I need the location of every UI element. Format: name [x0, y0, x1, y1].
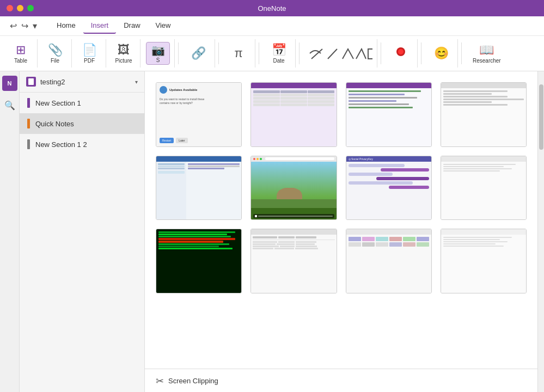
section-color-gray [27, 139, 30, 149]
onenote-logo: N [4, 78, 15, 89]
svg-rect-2 [368, 49, 372, 59]
screenshot-thumb-9[interactable] [156, 229, 242, 293]
thumb-inner-11 [346, 229, 431, 293]
undo-redo-group: ↩ ↪ ▾ [9, 20, 38, 32]
screenshot-thumb-8[interactable] [441, 156, 527, 220]
emoji-button[interactable]: 😊 [429, 45, 453, 62]
undo-button[interactable]: ↩ [9, 20, 18, 32]
screenshot-thumb-2[interactable] [250, 82, 337, 147]
link-icon: 🔗 [191, 46, 206, 60]
thumb-inner-8 [441, 156, 526, 220]
table-group: ⊞ Table [4, 39, 38, 68]
tab-draw[interactable]: Draw [116, 18, 148, 34]
section-label-1: New Section 1 [35, 99, 81, 107]
screenshot-thumb-3[interactable] [346, 82, 432, 147]
svg-point-4 [398, 49, 404, 54]
notebook-chevron-icon: ▾ [135, 79, 138, 85]
notebook-name: testing2 [40, 78, 131, 86]
left-icon-area: N 🔍 [0, 71, 20, 392]
right-scrollbar[interactable] [537, 71, 544, 392]
thumb-chat-preview [346, 162, 431, 191]
code-lines-preview [346, 88, 431, 111]
thumb-inner-7: ◎ Social PrivacyKey [346, 156, 431, 220]
researcher-label: Researcher [473, 58, 501, 64]
tab-home[interactable]: Home [49, 18, 83, 34]
link-button[interactable]: 🔗 [186, 45, 210, 62]
math-button[interactable]: π [227, 45, 250, 62]
screenshot-thumb-10[interactable] [250, 229, 337, 293]
shapes-group [303, 39, 377, 68]
more-button[interactable]: ▾ [32, 20, 38, 32]
file-button[interactable]: 📎 File [43, 42, 67, 65]
thumb-inner-9 [156, 229, 241, 293]
section-list: New Section 1 Quick Notes New Section 1 … [20, 93, 144, 392]
thumb-table-preview [251, 88, 336, 108]
math-icon: π [234, 46, 242, 60]
app-title: OneNote [258, 4, 286, 13]
record-button[interactable] [389, 43, 413, 64]
tab-insert[interactable]: Insert [83, 18, 117, 34]
traffic-lights[interactable] [7, 5, 34, 11]
notebook-header[interactable]: testing2 ▾ [20, 71, 144, 93]
scrollbar-thumb[interactable] [539, 84, 543, 150]
screenshot-thumb-12[interactable] [441, 229, 527, 293]
record-icon-svg [393, 44, 408, 59]
record-group [384, 39, 418, 68]
screenshot-button[interactable]: 📷 S [146, 42, 170, 65]
screenshot-group: 📷 S [142, 39, 175, 68]
screenshot-thumb-7[interactable]: ◎ Social PrivacyKey [346, 156, 432, 220]
screenshot-thumb-5[interactable] [156, 156, 242, 220]
maximize-button[interactable] [27, 5, 34, 11]
notebook-icon [26, 77, 36, 87]
emoji-icon: 😊 [434, 46, 449, 60]
ribbon-divider-2 [218, 42, 219, 64]
thumb-inner-1: Updates Available Do you want to restart… [156, 83, 241, 146]
screenshot-thumb-11[interactable] [346, 229, 432, 293]
ribbon-divider-6 [421, 42, 421, 64]
pdf-group: 📄 PDF [73, 39, 106, 68]
picture-label: Picture [115, 58, 132, 64]
pdf-button[interactable]: 📄 PDF [77, 42, 101, 65]
picture-group: 🖼 Picture [107, 39, 140, 68]
section-new-section-2[interactable]: New Section 1 2 [20, 134, 144, 155]
screenshot-thumb-4[interactable] [441, 82, 527, 147]
section-color-orange [27, 119, 30, 128]
screen-clipping-label[interactable]: Screen Clipping [168, 377, 218, 385]
researcher-button[interactable]: 📖 Researcher [469, 42, 504, 65]
sidebar: testing2 ▾ New Section 1 Quick Notes New… [20, 71, 145, 392]
search-sidebar-icon[interactable]: 🔍 [2, 97, 17, 113]
researcher-group: 📖 Researcher [465, 39, 509, 68]
minimize-button[interactable] [17, 5, 23, 11]
terminal-green [156, 229, 241, 293]
screenshot-thumb-6[interactable] [250, 156, 337, 220]
date-label: Date [273, 58, 284, 64]
notebook-icon-inner [28, 78, 34, 85]
section-quick-notes[interactable]: Quick Notes [20, 113, 144, 134]
thumb-lines-12 [441, 235, 526, 249]
table-icon: ⊞ [16, 43, 26, 57]
date-button[interactable]: 📅 Date [267, 42, 291, 65]
date-icon: 📅 [272, 43, 286, 57]
date-group: 📅 Date [262, 39, 296, 68]
picture-button[interactable]: 🖼 Picture [112, 42, 136, 65]
tab-view[interactable]: View [148, 18, 179, 34]
screen-clipping-icon: ✂ [156, 375, 164, 387]
close-button[interactable] [7, 5, 13, 11]
file-label: File [51, 58, 59, 64]
researcher-icon: 📖 [479, 43, 494, 57]
link-group: 🔗 [182, 39, 215, 68]
table-label: Table [14, 58, 27, 64]
bottom-bar: ✂ Screen Clipping [145, 369, 537, 392]
screenshot-label: S [156, 57, 160, 63]
ribbon-divider-3 [259, 42, 259, 64]
thumb-inner-10 [251, 229, 336, 293]
ribbon-divider-4 [299, 42, 299, 64]
screenshot-thumb-1[interactable]: Updates Available Do you want to restart… [156, 82, 242, 147]
notebooks-icon[interactable]: N [2, 76, 17, 91]
redo-button[interactable]: ↪ [20, 20, 29, 32]
section-new-section-1[interactable]: New Section 1 [20, 93, 144, 113]
ribbon-content: ⊞ Table 📎 File 📄 PDF 🖼 Picture [0, 36, 544, 71]
content-area: Updates Available Do you want to restart… [145, 71, 537, 392]
table-button[interactable]: ⊞ Table [9, 42, 33, 65]
ribbon-divider-7 [461, 42, 462, 64]
